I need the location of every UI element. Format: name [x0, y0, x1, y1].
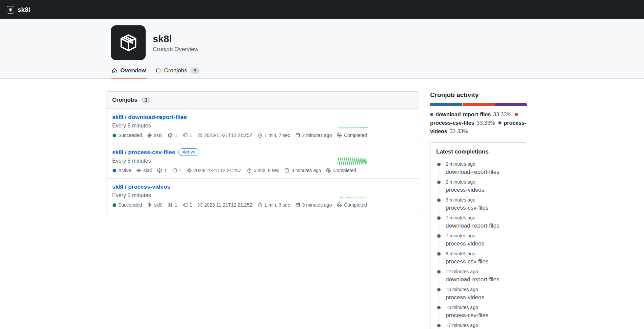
duration-label: 1 min, 3 sec: [265, 202, 290, 208]
card-count-badge: 3: [141, 97, 151, 103]
sun-icon: [197, 202, 203, 208]
created-item: 2023-11-21T12:21:25Z: [187, 168, 242, 173]
completion-item: Completed: [337, 133, 367, 138]
duration-label: 5 min, 8 sec: [254, 168, 279, 173]
completions-timeline: 2 minutes ago download-report-files 2 mi…: [436, 161, 521, 329]
stacks-count: 1: [175, 202, 177, 208]
completion-time: 13 minutes ago: [446, 287, 521, 292]
completion-name: process-videos: [446, 294, 521, 301]
duration-item: 1 min, 3 sec: [257, 202, 290, 208]
pagehead: sk8l Cronjob Overview Overview: [0, 19, 644, 79]
stopwatch-icon: [257, 202, 263, 208]
completion-time: 13 minutes ago: [446, 305, 521, 310]
tag-icon: [155, 68, 161, 74]
brand-name[interactable]: sk8l: [18, 6, 30, 14]
calendar-icon: [284, 168, 290, 173]
cronjob-link[interactable]: sk8l / download-report-files: [112, 114, 187, 120]
goal-icon: [326, 168, 331, 173]
status-item: Active: [112, 168, 131, 173]
status-label: Active: [118, 168, 131, 173]
activity-bar-segment: [495, 103, 527, 106]
completion-entry: 13 minutes ago process-videos: [436, 287, 521, 301]
timeline-dot: [437, 181, 441, 184]
completion-name: process-videos: [446, 240, 521, 247]
completion-name: process-csv-files: [446, 204, 521, 211]
cronjob-title-line: sk8l / download-report-files: [112, 114, 413, 121]
completion-time: 7 minutes ago: [446, 233, 521, 239]
main-column: Cronjobs 3 sk8l / download-report-files …: [106, 91, 419, 329]
tab-label: Overview: [120, 67, 146, 74]
sparkline: [338, 191, 369, 201]
versions-item: 1: [182, 133, 192, 138]
cronjob-row: sk8l / process-videos Every 5 minutes Su…: [106, 178, 419, 213]
content: Cronjobs 3 sk8l / download-report-files …: [106, 79, 527, 329]
tab-label: Cronjobs: [164, 67, 187, 74]
timeline-dot: [437, 234, 441, 238]
home-icon: [112, 68, 117, 74]
cronjobs-card: Cronjobs 3 sk8l / download-report-files …: [106, 91, 419, 213]
completion-entry: 7 minutes ago download-report-files: [436, 215, 521, 229]
brand-logo-icon[interactable]: [7, 6, 14, 14]
legend-name: process-csv-files: [430, 120, 474, 126]
completions-title: Latest completions: [436, 148, 521, 155]
completion-name: download-report-files: [446, 222, 521, 229]
cronjob-link[interactable]: sk8l / process-csv-files: [112, 149, 175, 156]
north-star-icon: [136, 168, 142, 173]
timeline-dot: [437, 216, 441, 220]
last-run-item: 3 minutes ago: [284, 168, 321, 173]
page-subtitle: Cronjob Overview: [153, 46, 198, 53]
created-timestamp: 2023-11-21T12:21:25Z: [204, 133, 252, 138]
last-run-label: 3 minutes ago: [291, 168, 321, 173]
legend-percent: 33.33%: [493, 112, 512, 117]
stacks-item: 1: [157, 168, 167, 173]
completion-name: download-report-files: [446, 168, 521, 175]
tab-bar: Overview Cronjobs 3: [106, 67, 527, 78]
top-navbar: sk8l: [0, 0, 644, 19]
cronjob-list: sk8l / download-report-files Every 5 min…: [106, 109, 419, 213]
timeline-dot: [437, 198, 441, 202]
calendar-icon: [295, 202, 300, 208]
tab-count-badge: 3: [190, 67, 200, 74]
completion-time: 2 minutes ago: [446, 161, 521, 167]
cronjob-meta: Active sk8l: [112, 168, 413, 173]
completion-entry: 8 minutes ago process-csv-files: [436, 251, 521, 265]
completion-time: 8 minutes ago: [446, 251, 521, 257]
stopwatch-icon: [247, 168, 252, 173]
cronjob-meta: Succeeded sk8l: [112, 133, 413, 138]
calendar-icon: [295, 133, 300, 138]
cronjob-row: sk8l / download-report-files Every 5 min…: [106, 109, 419, 143]
status-label: Succeeded: [118, 202, 142, 208]
tab-overview[interactable]: Overview: [111, 67, 147, 78]
last-run-label: 2 minutes ago: [302, 133, 332, 138]
versions-item: 1: [172, 168, 181, 173]
card-title: Cronjobs: [112, 97, 138, 103]
cronjob-link[interactable]: sk8l / process-videos: [112, 184, 170, 190]
created-timestamp: 2023-11-21T12:21:25Z: [204, 202, 252, 208]
completion-label: Completed: [344, 202, 367, 208]
status-dot: [112, 133, 117, 138]
timeline-dot: [437, 288, 441, 291]
stacks-count: 1: [164, 168, 167, 173]
completion-label: Completed: [344, 133, 367, 138]
status-item: Succeeded: [112, 202, 142, 208]
timeline-dot: [437, 324, 441, 327]
created-item: 2023-11-21T12:21:25Z: [197, 133, 252, 138]
legend-dot: [498, 121, 501, 124]
sparkline: [338, 156, 369, 166]
created-timestamp: 2023-11-21T12:21:25Z: [194, 168, 242, 173]
last-run-item: 3 minutes ago: [295, 202, 332, 208]
versions-item: 1: [182, 202, 192, 208]
tab-cronjobs[interactable]: Cronjobs 3: [155, 67, 200, 78]
completion-entry: 3 minutes ago process-csv-files: [436, 197, 521, 211]
active-badge: Active: [178, 148, 199, 156]
asterisk-icon: [8, 8, 13, 12]
last-run-item: 2 minutes ago: [295, 133, 332, 138]
stopwatch-icon: [257, 133, 263, 138]
activity-bar: [430, 103, 527, 106]
duration-item: 1 min, 7 sec: [257, 133, 290, 138]
versions-icon: [182, 202, 188, 208]
completion-label: Completed: [333, 168, 356, 173]
completions-card: Latest completions 2 minutes ago downloa…: [430, 142, 527, 329]
app-window: sk8l sk8l Cronjob Overview: [0, 0, 644, 329]
completion-entry: 2 minutes ago process-videos: [436, 179, 521, 193]
